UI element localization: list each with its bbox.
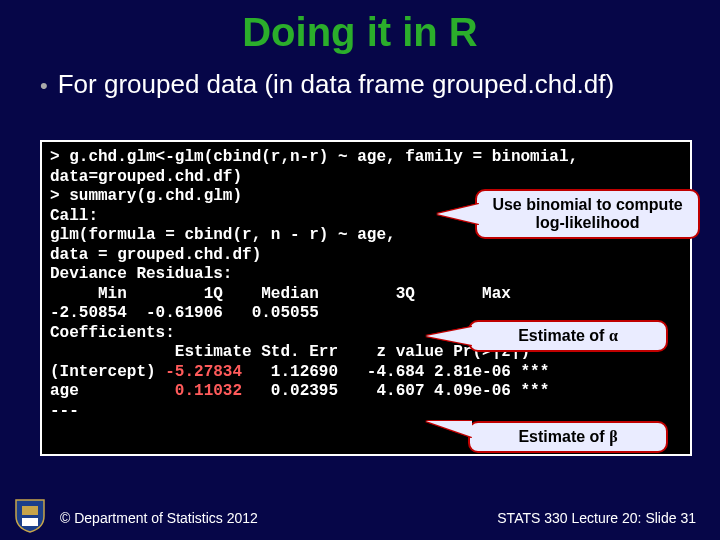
page-title: Doing it in R	[0, 0, 720, 55]
callout-beta: Estimate of β	[468, 421, 668, 453]
svg-rect-0	[22, 506, 38, 515]
bullet-dot: •	[40, 73, 48, 98]
footer-slide-number: STATS 330 Lecture 20: Slide 31	[497, 510, 696, 526]
beta-symbol: β	[609, 428, 617, 445]
intercept-estimate: -5.27834	[165, 363, 242, 381]
footer-copyright: © Department of Statistics 2012	[60, 510, 258, 526]
code-block: > g.chd.glm<-glm(cbind(r,n-r) ~ age, fam…	[40, 140, 692, 456]
crest-icon	[12, 494, 48, 534]
callout-alpha: Estimate of α	[468, 320, 668, 352]
callout-binomial: Use binomial to compute log-likelihood	[475, 189, 700, 239]
svg-rect-1	[22, 518, 38, 526]
bullet-text: For grouped data (in data frame grouped.…	[58, 69, 614, 99]
age-estimate: 0.11032	[175, 382, 242, 400]
alpha-symbol: α	[609, 327, 618, 344]
bullet-item: •For grouped data (in data frame grouped…	[0, 55, 720, 100]
